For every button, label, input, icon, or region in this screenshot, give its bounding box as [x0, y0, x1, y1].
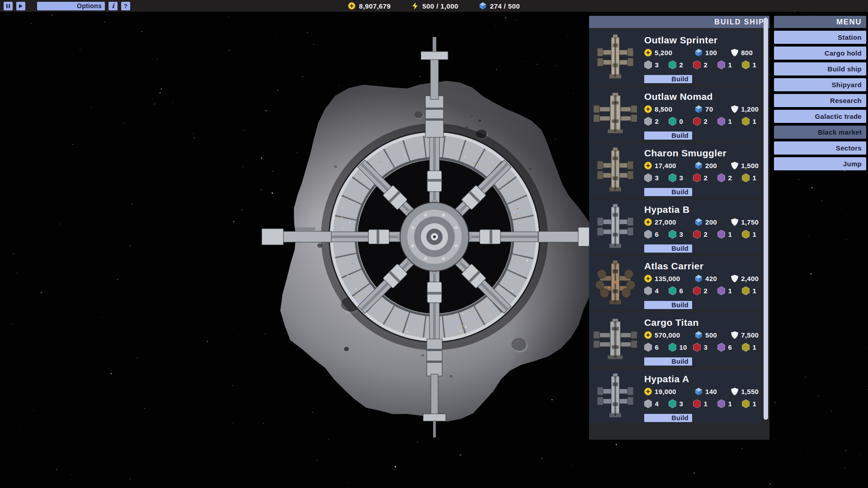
ship-card: Outlaw Nomad8,500701,20020211Build	[589, 87, 761, 141]
shield-icon	[731, 275, 738, 282]
hex-icon	[742, 174, 750, 182]
hex-icon	[644, 61, 652, 69]
hex-icon	[669, 343, 676, 352]
hex-icon	[717, 286, 725, 295]
help-button[interactable]: ?	[121, 2, 130, 10]
ship-cost-cargo: 200	[695, 218, 717, 226]
hex-icon	[669, 174, 676, 182]
material-red: 2	[693, 117, 708, 126]
material-red-count: 2	[703, 230, 708, 238]
pause-button[interactable]	[4, 2, 13, 10]
menu-item-cargo-hold[interactable]: Cargo hold	[774, 47, 866, 60]
material-teal-count: 2	[679, 61, 683, 69]
ship-cost-row: 8,500701,200	[589, 105, 761, 114]
material-red-count: 2	[703, 174, 708, 182]
hex-icon	[669, 230, 676, 239]
options-button[interactable]: Options	[37, 2, 105, 10]
hex-icon	[644, 174, 652, 182]
material-red-count: 2	[703, 117, 708, 125]
menu-item-build-ship[interactable]: Build ship	[774, 62, 866, 75]
material-red-count: 2	[703, 287, 708, 295]
material-gray-count: 4	[655, 400, 659, 408]
material-gray-count: 3	[655, 174, 659, 182]
coin-icon	[644, 275, 652, 282]
material-teal-count: 0	[679, 117, 683, 125]
material-yellow: 1	[742, 174, 756, 182]
hex-icon	[742, 117, 750, 126]
pause-icon	[6, 4, 10, 9]
hex-icon	[644, 286, 652, 295]
hex-icon	[669, 399, 676, 408]
build-button[interactable]: Build	[644, 244, 692, 253]
coin-icon	[644, 331, 652, 339]
play-button[interactable]	[16, 2, 25, 10]
material-gray: 4	[644, 286, 659, 295]
ship-cost-credits: 8,500	[644, 105, 672, 113]
hex-icon	[742, 343, 750, 352]
hex-icon	[717, 117, 725, 126]
ship-cost-row: 17,4002001,500	[589, 162, 761, 171]
ship-name: Outlaw Sprinter	[644, 35, 717, 46]
hex-icon	[644, 117, 652, 126]
material-teal: 6	[669, 286, 683, 295]
ship-stat-shield: 1,500	[731, 162, 759, 169]
build-button[interactable]: Build	[644, 414, 692, 422]
coin-icon	[644, 162, 652, 169]
menu-item-jump[interactable]: Jump	[774, 157, 866, 170]
menu-item-research[interactable]: Research	[774, 94, 866, 107]
material-purple: 1	[717, 117, 732, 126]
hex-icon	[693, 286, 701, 295]
shield-icon	[731, 388, 738, 395]
material-yellow: 1	[742, 399, 756, 408]
resource-cargo-value: 274 / 500	[490, 2, 520, 10]
material-gray: 2	[644, 117, 659, 126]
hex-icon	[669, 286, 676, 295]
menu-item-shipyard[interactable]: Shipyard	[774, 78, 866, 91]
hex-icon	[644, 230, 652, 239]
material-yellow-count: 1	[752, 230, 756, 238]
ship-material-row: 46211	[589, 286, 761, 296]
cargo-icon	[479, 2, 486, 9]
ship-stat-shield: 1,550	[731, 388, 759, 395]
material-teal-count: 6	[679, 287, 683, 295]
ship-cost-row: 19,0001401,550	[589, 388, 761, 397]
ship-card: Outlaw Sprinter5,20010080032211Build	[589, 30, 761, 84]
coin-icon	[644, 218, 652, 226]
build-button[interactable]: Build	[644, 188, 692, 196]
ship-material-row: 33221	[589, 174, 761, 183]
resource-coin: 8,907,679	[348, 2, 391, 10]
build-button[interactable]: Build	[644, 301, 692, 309]
material-yellow: 1	[742, 230, 756, 239]
material-yellow-count: 1	[752, 61, 756, 69]
menu-header: MENU	[774, 16, 866, 28]
ship-name: Charon Smuggler	[644, 148, 726, 159]
menu-item-galactic-trade[interactable]: Galactic trade	[774, 110, 866, 123]
scrollbar-thumb[interactable]	[764, 18, 768, 420]
build-ship-panel: BUILD SHIP Outlaw Sprinter5,200100800322…	[589, 16, 769, 440]
material-yellow-count: 1	[752, 287, 756, 295]
ship-cost-credits: 19,000	[644, 388, 676, 395]
material-purple: 1	[717, 230, 732, 239]
ship-name: Atlas Carrier	[644, 261, 703, 272]
shield-icon	[731, 105, 738, 113]
material-gray: 6	[644, 230, 659, 239]
material-teal: 0	[669, 117, 683, 126]
build-button[interactable]: Build	[644, 75, 692, 83]
build-button[interactable]: Build	[644, 131, 692, 140]
ship-stat-shield: 7,500	[731, 331, 759, 339]
ship-cost-credits: 135,000	[644, 275, 680, 282]
build-button[interactable]: Build	[644, 357, 692, 366]
cargo-icon	[695, 218, 703, 226]
material-yellow: 1	[742, 61, 756, 69]
info-button[interactable]: i	[108, 2, 118, 10]
material-yellow: 1	[742, 117, 756, 126]
material-red: 2	[693, 174, 708, 182]
ship-name: Hypatia A	[644, 374, 689, 385]
menu-item-black-market[interactable]: Black market	[774, 126, 866, 139]
hex-icon	[693, 174, 701, 182]
cargo-icon	[695, 275, 703, 282]
menu-item-sectors[interactable]: Sectors	[774, 141, 866, 155]
scrollbar-track[interactable]	[763, 17, 769, 437]
menu-item-station[interactable]: Station	[774, 31, 866, 44]
play-icon	[19, 4, 23, 9]
